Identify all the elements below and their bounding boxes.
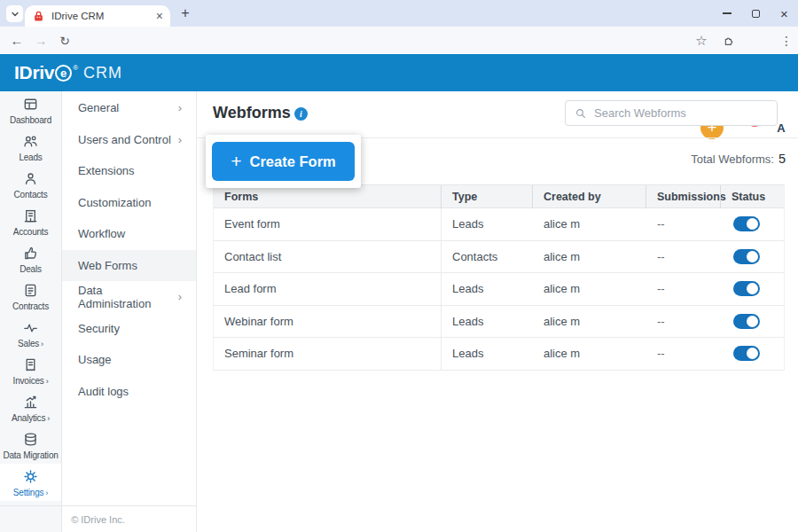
menu-item-usage[interactable]: Usage: [62, 344, 196, 376]
menu-item-label: Workflow: [78, 227, 182, 240]
type-cell: Leads: [442, 338, 533, 370]
extensions-icon[interactable]: [718, 27, 739, 54]
info-icon[interactable]: i: [294, 107, 308, 121]
menu-item-general[interactable]: General›: [62, 92, 196, 124]
form-name-cell[interactable]: Webinar form: [214, 306, 441, 338]
sidebar-item-dashboard[interactable]: Dashboard: [0, 91, 61, 129]
tab-close-icon[interactable]: ×: [156, 10, 163, 22]
status-toggle[interactable]: [733, 346, 760, 361]
window-maximize-button[interactable]: [742, 0, 770, 27]
menu-item-security[interactable]: Security: [62, 313, 196, 345]
sidebar-item-data-migration[interactable]: Data Migration: [0, 426, 61, 464]
logo-registered-mark: ®: [73, 56, 78, 72]
table-row[interactable]: Event form Leads alice m --: [214, 208, 784, 241]
table-row[interactable]: Seminar form Leads alice m --: [214, 338, 784, 371]
create-form-spotlight: + Create Form: [206, 135, 361, 188]
table-row[interactable]: Contact list Contacts alice m --: [214, 241, 784, 274]
sales-icon: [22, 319, 39, 336]
chevron-right-icon: ›: [178, 133, 182, 146]
browser-tab-strip: IDrive CRM × + ×: [0, 0, 798, 27]
tab-search-button[interactable]: [6, 5, 23, 22]
status-cell: [721, 273, 785, 305]
submissions-cell: --: [646, 241, 721, 273]
sidebar-item-label: Deals: [20, 264, 42, 274]
created-by-cell: alice m: [533, 306, 646, 338]
form-name-cell[interactable]: Event form: [214, 208, 441, 240]
sidebar-item-deals[interactable]: Deals: [0, 240, 61, 278]
menu-item-label: General: [78, 101, 178, 114]
sidebar-item-label: Leads: [19, 153, 42, 162]
deals-icon: [22, 245, 39, 262]
created-by-cell: alice m: [533, 338, 646, 370]
sidebar-item-analytics[interactable]: Analytics›: [0, 389, 61, 426]
logo-crm-text: CRM: [83, 64, 122, 82]
menu-item-web-forms[interactable]: Web Forms: [62, 250, 196, 282]
status-toggle[interactable]: [733, 281, 760, 296]
status-cell: [721, 241, 785, 273]
type-cell: Leads: [442, 208, 533, 240]
menu-item-extensions[interactable]: Extensions: [62, 155, 196, 187]
type-cell: Leads: [442, 306, 533, 338]
data-migration-icon: [22, 431, 39, 448]
browser-toolbar: ← → ↻ idrive.com/crm/crm-v2/html/workflo…: [0, 27, 798, 54]
reload-button[interactable]: ↻: [53, 27, 76, 54]
form-name-cell[interactable]: Seminar form: [214, 338, 441, 370]
window-close-button[interactable]: ×: [771, 0, 798, 27]
form-name-cell[interactable]: Lead form: [214, 273, 441, 305]
sidebar-item-sales[interactable]: Sales›: [0, 315, 61, 352]
submissions-cell: --: [646, 273, 721, 305]
window-minimize-button[interactable]: [713, 0, 740, 27]
logo-text: IDriv: [14, 62, 54, 83]
menu-item-audit-logs[interactable]: Audit logs: [62, 376, 196, 408]
new-tab-button[interactable]: +: [176, 4, 194, 22]
search-box: [565, 100, 778, 126]
bookmark-star-icon[interactable]: ☆: [690, 27, 713, 54]
search-icon: [575, 107, 587, 120]
create-form-button[interactable]: + Create Form: [212, 142, 355, 181]
idrive-crm-logo: IDrive®CRM: [14, 54, 122, 91]
type-cell: Leads: [442, 273, 533, 305]
status-toggle[interactable]: [733, 216, 760, 231]
chevron-down-icon: [10, 9, 20, 20]
created-by-cell: alice m: [533, 273, 646, 305]
app-header: IDrive®CRM + 5 A: [0, 54, 798, 91]
minimize-icon: [723, 12, 732, 13]
browser-tab[interactable]: IDrive CRM ×: [25, 5, 170, 27]
status-toggle[interactable]: [733, 249, 760, 264]
menu-item-label: Usage: [78, 353, 182, 366]
sidebar-item-leads[interactable]: Leads: [0, 129, 61, 166]
menu-item-users-and-control[interactable]: Users and Control›: [62, 124, 196, 156]
status-cell: [721, 306, 785, 338]
chevron-right-icon: ›: [178, 101, 182, 114]
sidebar-item-invoices[interactable]: Invoices›: [0, 352, 61, 389]
form-name-cell[interactable]: Contact list: [214, 241, 441, 273]
puzzle-icon: [723, 34, 736, 47]
sidebar-item-accounts[interactable]: Accounts: [0, 203, 61, 240]
table-row[interactable]: Webinar form Leads alice m --: [214, 306, 784, 339]
menu-item-label: Users and Control: [78, 133, 178, 146]
menu-item-customization[interactable]: Customization: [62, 187, 196, 219]
sidebar-item-label: Dashboard: [10, 115, 51, 125]
table-row[interactable]: Lead form Leads alice m --: [214, 273, 784, 306]
invoices-icon: [22, 356, 39, 373]
sidebar-item-settings[interactable]: Settings›: [0, 464, 61, 501]
maximize-icon: [752, 10, 760, 18]
submissions-cell: --: [646, 306, 721, 338]
accounts-icon: [22, 207, 39, 224]
back-button[interactable]: ←: [5, 27, 28, 54]
submenu-arrow-icon: ›: [46, 377, 49, 386]
sidebar-item-contracts[interactable]: Contracts: [0, 278, 61, 315]
menu-item-workflow[interactable]: Workflow: [62, 218, 196, 250]
search-input[interactable]: [587, 101, 777, 125]
settings-menu: General› Users and Control› Extensions C…: [62, 91, 197, 532]
column-header-status: Status: [720, 185, 784, 208]
submissions-cell: --: [646, 208, 721, 240]
created-by-cell: alice m: [533, 208, 646, 240]
forward-button[interactable]: →: [29, 27, 52, 54]
menu-item-data-administration[interactable]: Data Administration›: [62, 281, 196, 313]
sidebar-item-contacts[interactable]: Contacts: [0, 166, 61, 203]
status-toggle[interactable]: [733, 314, 760, 329]
menu-item-label: Data Administration: [78, 284, 178, 310]
column-header-forms: Forms: [214, 185, 441, 208]
browser-menu-icon[interactable]: ⋮: [778, 27, 795, 54]
